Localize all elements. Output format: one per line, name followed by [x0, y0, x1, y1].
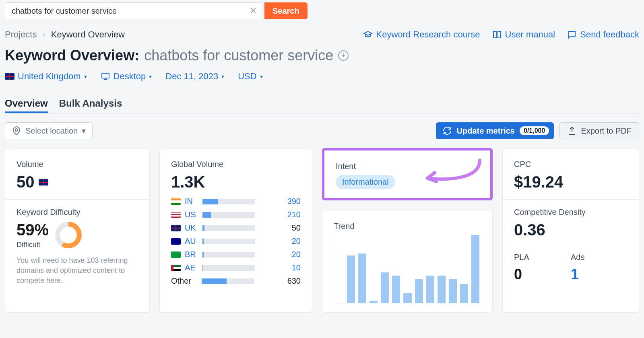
volume-value: 50 — [17, 173, 35, 191]
volume-row-value[interactable]: 210 — [287, 210, 301, 219]
intent-value: Informational — [336, 175, 395, 189]
breadcrumb-root[interactable]: Projects — [5, 29, 37, 40]
graduation-icon — [363, 30, 373, 39]
chevron-down-icon: ▾ — [82, 126, 86, 136]
global-volume-other: Other630 — [171, 276, 301, 286]
cd-value: 0.36 — [514, 221, 627, 239]
volume-bar — [202, 199, 255, 204]
volume-bar — [202, 252, 255, 258]
volume-bar — [202, 278, 254, 284]
country-filter[interactable]: United Kingdom▾ — [5, 71, 87, 82]
kd-value: 59% — [17, 221, 49, 239]
chevron-right-icon: › — [42, 29, 45, 40]
pin-icon — [12, 126, 21, 136]
book-icon — [492, 30, 502, 39]
global-volume-card: Global Volume 1.3K IN390US210UK50AU20BR2… — [159, 148, 312, 313]
course-link[interactable]: Keyword Research course — [363, 29, 480, 40]
ads-value[interactable]: 1 — [571, 266, 627, 283]
global-volume-row: BR20 — [171, 250, 301, 259]
manual-link[interactable]: User manual — [492, 29, 555, 40]
flag-icon — [171, 238, 181, 245]
chevron-down-icon: ▾ — [260, 73, 263, 80]
volume-row-value: 630 — [287, 276, 301, 286]
keyword-text: chatbots for customer service — [144, 47, 333, 64]
cd-title: Competitive Density — [514, 208, 627, 217]
trend-title: Trend — [334, 222, 481, 231]
flag-uk-icon — [39, 179, 48, 185]
cpc-title: CPC — [514, 160, 627, 169]
date-filter[interactable]: Dec 11, 2023▾ — [165, 71, 224, 82]
country-code[interactable]: IN — [185, 197, 198, 206]
global-volume-value: 1.3K — [171, 173, 301, 191]
breadcrumb-current: Keyword Overview — [51, 29, 125, 40]
global-volume-row: AE10 — [171, 263, 301, 272]
volume-row-value[interactable]: 10 — [292, 263, 301, 272]
country-code[interactable]: BR — [185, 250, 198, 259]
chevron-down-icon: ▾ — [84, 73, 87, 80]
annotation-arrow-icon — [419, 156, 484, 188]
kd-label: Difficult — [17, 241, 49, 249]
desktop-icon — [101, 72, 110, 81]
country-code[interactable]: US — [185, 210, 198, 219]
country-code[interactable]: AE — [185, 263, 198, 272]
upload-icon — [567, 126, 577, 136]
export-pdf-button[interactable]: Export to PDF — [559, 122, 639, 139]
trend-card: Trend — [322, 210, 493, 313]
volume-row-value[interactable]: 390 — [287, 197, 301, 206]
global-volume-row: US210 — [171, 210, 301, 219]
flag-icon — [171, 212, 181, 218]
trend-chart — [334, 235, 481, 303]
flag-icon — [171, 198, 181, 205]
select-location[interactable]: Select location▾ — [5, 122, 93, 139]
volume-bar — [202, 239, 255, 244]
volume-card: Volume 50 Keyword Difficulty 59% Difficu… — [5, 148, 150, 313]
update-badge: 0/1,000 — [520, 126, 549, 135]
flag-icon — [171, 265, 181, 271]
chevron-down-icon: ▾ — [149, 73, 152, 80]
country-code[interactable]: UK — [185, 223, 198, 233]
cpc-card: CPC $19.24 Competitive Density 0.36 PLA0… — [502, 148, 639, 313]
global-volume-title: Global Volume — [171, 160, 301, 169]
volume-bar — [202, 265, 255, 271]
kd-title: Keyword Difficulty — [17, 208, 138, 217]
global-volume-row: UK50 — [171, 223, 301, 233]
add-keyword-button[interactable]: + — [338, 50, 349, 61]
currency-filter[interactable]: USD▾ — [238, 71, 262, 82]
tab-bulk-analysis[interactable]: Bulk Analysis — [59, 94, 122, 113]
kd-hint: You will need to have 103 referring doma… — [17, 256, 138, 286]
refresh-icon — [442, 126, 452, 136]
volume-title: Volume — [17, 160, 138, 169]
intent-title: Intent — [336, 162, 479, 171]
search-input[interactable] — [5, 2, 262, 19]
pla-value: 0 — [514, 266, 571, 283]
pla-title: PLA — [514, 253, 571, 262]
chevron-down-icon: ▾ — [221, 73, 224, 80]
svg-rect-0 — [102, 73, 109, 78]
volume-row-value[interactable]: 20 — [292, 250, 301, 259]
chat-icon — [567, 30, 577, 39]
breadcrumb: Projects › Keyword Overview — [5, 29, 125, 40]
volume-row-value[interactable]: 20 — [292, 237, 301, 246]
flag-icon — [171, 251, 181, 258]
intent-card: Intent Informational — [322, 148, 493, 200]
update-metrics-button[interactable]: Update metrics 0/1,000 — [436, 122, 554, 139]
global-volume-row: IN390 — [171, 197, 301, 206]
clear-icon[interactable]: ✕ — [250, 6, 257, 16]
device-filter[interactable]: Desktop▾ — [101, 71, 152, 82]
cpc-value: $19.24 — [514, 173, 627, 191]
volume-row-value: 50 — [292, 223, 301, 233]
global-volume-row: AU20 — [171, 237, 301, 246]
kd-donut-chart — [55, 222, 82, 248]
feedback-link[interactable]: Send feedback — [567, 29, 639, 40]
svg-point-1 — [15, 129, 18, 131]
tab-overview[interactable]: Overview — [5, 94, 48, 113]
country-code[interactable]: AU — [185, 237, 198, 246]
flag-uk-icon — [5, 73, 14, 80]
flag-icon — [171, 225, 181, 231]
page-title: Keyword Overview: — [5, 47, 139, 64]
search-button[interactable]: Search — [264, 2, 308, 19]
volume-bar — [202, 212, 255, 218]
ads-title: Ads — [571, 253, 627, 262]
volume-bar — [202, 225, 255, 231]
